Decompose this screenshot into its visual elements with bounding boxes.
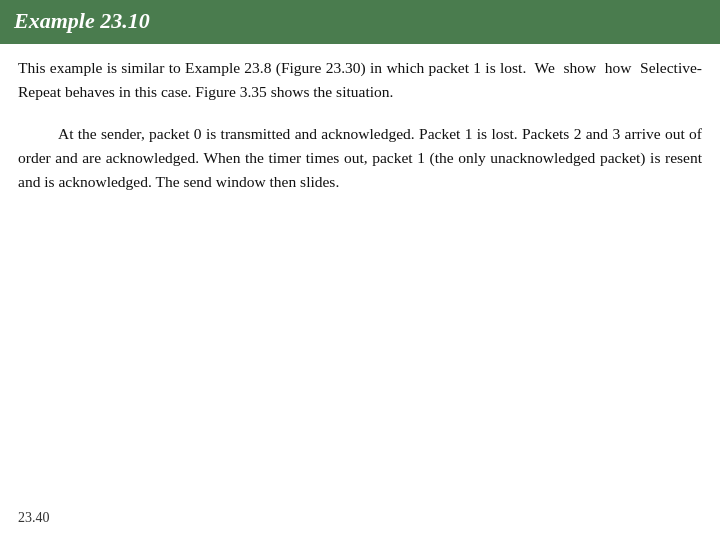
- content-area: This example is similar to Example 23.8 …: [0, 56, 720, 194]
- page-title: Example 23.10: [14, 8, 150, 33]
- paragraph-1: This example is similar to Example 23.8 …: [18, 56, 702, 104]
- footer-page-number: 23.40: [18, 510, 50, 526]
- paragraph-2: At the sender, packet 0 is transmitted a…: [18, 122, 702, 194]
- title-bar: Example 23.10: [0, 0, 720, 44]
- page-container: Example 23.10 This example is similar to…: [0, 0, 720, 540]
